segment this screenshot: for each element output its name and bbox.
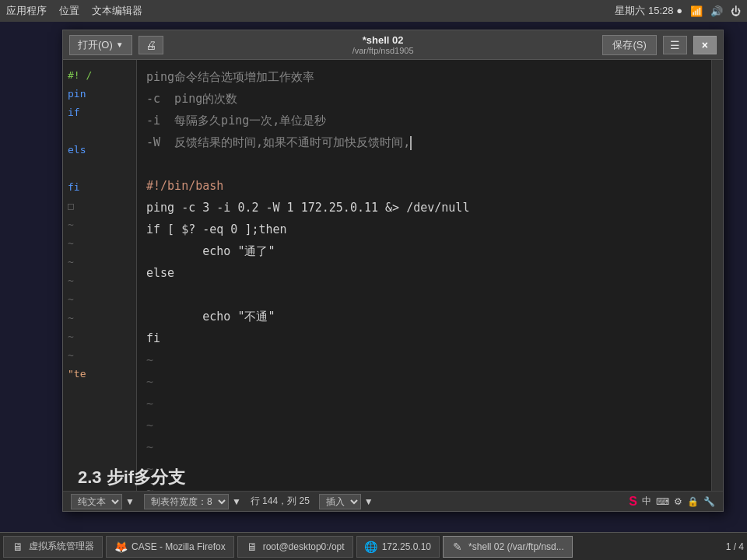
position-menu[interactable]: 位置: [59, 4, 79, 18]
power-icon[interactable]: ⏻: [731, 5, 741, 17]
scrollbar-right[interactable]: [711, 60, 723, 491]
menu-button[interactable]: ☰: [663, 36, 687, 54]
code-empty-2: [146, 284, 702, 306]
s-badge: S: [629, 495, 637, 509]
window-filename: *shell 02: [363, 34, 404, 46]
sidebar-tilde: ~: [68, 290, 132, 309]
sidebar-tilde: ~: [68, 271, 132, 290]
firefox-label: CASE - Mozilla Firefox: [132, 541, 226, 552]
status-bar: 纯文本 ▼ 制表符宽度：8 ▼ 行 144，列 25 插入 ▼: [63, 491, 723, 511]
taskbar-right: 1 / 4: [726, 541, 744, 552]
open-button[interactable]: 打开(O) ▼: [69, 35, 132, 55]
sidebar-line: □: [68, 197, 132, 215]
main-editor[interactable]: ping命令结合选项增加工作效率 -c ping的次数 -i 每隔多久ping一…: [137, 60, 711, 491]
taskbar-firefox[interactable]: 🦊 CASE - Mozilla Firefox: [106, 536, 234, 558]
sidebar-tilde: ~: [68, 215, 132, 234]
code-fi: fi: [146, 327, 702, 349]
sidebar-line: [68, 122, 132, 141]
filetype-select[interactable]: 纯文本: [71, 494, 122, 509]
tilde-1: ~: [146, 349, 702, 371]
input-mode-select[interactable]: 插入: [319, 494, 361, 509]
firefox-icon: 🦊: [114, 541, 127, 553]
sidebar-tilde: ~: [68, 346, 132, 365]
sidebar-line: [68, 159, 132, 178]
editor-menu[interactable]: 文本编辑器: [92, 4, 142, 18]
lock-icon: 🔒: [687, 496, 699, 507]
tilde-3: ~: [146, 393, 702, 415]
title-bar: 打开(O) ▼ 🖨 *shell 02 /var/ftp/nsd1905 保存(…: [63, 30, 723, 60]
sidebar-line: fi: [68, 178, 132, 197]
ip-icon: 🌐: [365, 541, 377, 553]
sidebar-line: els: [68, 141, 132, 159]
close-button[interactable]: ×: [693, 36, 717, 54]
code-comment-1: ping命令结合选项增加工作效率: [146, 66, 702, 88]
code-comment-4: -W 反馈结果的时间,如果不通时可加快反馈时间,: [146, 131, 702, 153]
vm-icon: 🖥: [12, 541, 24, 553]
code-ping: ping -c 3 -i 0.2 -W 1 172.25.0.11 &> /de…: [146, 197, 702, 219]
status-position: 行 144，列 25: [251, 495, 310, 508]
taskbar: 🖥 虚拟系统管理器 🦊 CASE - Mozilla Firefox 🖥 roo…: [0, 532, 747, 560]
open-arrow-icon: ▼: [116, 40, 124, 49]
volume-icon: 🔊: [710, 5, 723, 17]
system-bar-left: 应用程序 位置 文本编辑器: [6, 4, 142, 18]
code-area: ping命令结合选项增加工作效率 -c ping的次数 -i 每隔多久ping一…: [137, 60, 711, 491]
vm-label: 虚拟系统管理器: [29, 540, 94, 553]
status-input-mode: 插入 ▼: [319, 494, 374, 509]
tool-icon: 🔧: [703, 496, 715, 507]
open-button-label: 打开(O): [78, 38, 113, 52]
keyboard-icon: ⌨: [656, 496, 669, 507]
zh-indicator: 中: [642, 495, 651, 508]
filetype-icon: ▼: [125, 496, 135, 507]
code-if: if [ $? -eq 0 ];then: [146, 219, 702, 240]
editor-window: 打开(O) ▼ 🖨 *shell 02 /var/ftp/nsd1905 保存(…: [62, 30, 724, 512]
taskbar-shell02[interactable]: ✎ *shell 02 (/var/ftp/nsd...: [443, 536, 573, 558]
code-echo-fail: echo "不通": [146, 306, 702, 327]
terminal-icon: 🖥: [246, 541, 258, 553]
sidebar-tilde: ~: [68, 234, 132, 253]
code-comment-2: -c ping的次数: [146, 88, 702, 110]
system-bar: 应用程序 位置 文本编辑器 星期六 15:28 ● 📶 🔊 ⏻: [0, 0, 747, 22]
code-comment-3: -i 每隔多久ping一次,单位是秒: [146, 110, 702, 131]
sidebar-string: "te: [68, 365, 132, 383]
terminal-label: root@desktop0:/opt: [263, 541, 345, 552]
sidebar-tilde: ~: [68, 253, 132, 271]
status-filetype: 纯文本 ▼: [71, 494, 135, 509]
code-shebang: #!/bin/bash: [146, 175, 702, 197]
sidebar-line: #! /: [68, 66, 132, 85]
left-sidebar: #! / pin if els fi □ ~ ~ ~ ~ ~ ~ ~ ~ "te: [63, 60, 137, 491]
window-filepath: /var/ftp/nsd1905: [170, 46, 597, 55]
network-icon: 📶: [690, 5, 703, 17]
text-cursor: [410, 136, 412, 150]
sidebar-tilde: ~: [68, 327, 132, 346]
tabwidth-select[interactable]: 制表符宽度：8: [144, 494, 229, 509]
system-time: 星期六 15:28 ●: [615, 4, 682, 18]
ip-label: 172.25.0.10: [382, 541, 431, 552]
taskbar-terminal[interactable]: 🖥 root@desktop0:/opt: [237, 536, 353, 558]
code-echo-pass: echo "通了": [146, 240, 702, 262]
system-bar-right: 星期六 15:28 ● 📶 🔊 ⏻: [615, 4, 741, 18]
taskbar-ip[interactable]: 🌐 172.25.0.10: [356, 536, 440, 558]
apps-menu[interactable]: 应用程序: [6, 4, 47, 18]
desktop: 打开(O) ▼ 🖨 *shell 02 /var/ftp/nsd1905 保存(…: [0, 22, 747, 532]
print-button[interactable]: 🖨: [139, 36, 163, 54]
window-title-center: *shell 02 /var/ftp/nsd1905: [170, 34, 597, 55]
tilde-5: ~: [146, 436, 702, 458]
save-button[interactable]: 保存(S): [602, 35, 656, 55]
section-title: 2.3 步if多分支: [78, 466, 185, 489]
tilde-7: ~: [146, 480, 702, 491]
shell-icon: ✎: [451, 541, 464, 553]
line-col-text: 行 144，列 25: [251, 495, 310, 508]
tabwidth-icon: ▼: [232, 496, 241, 507]
settings-icon: ⚙: [674, 496, 682, 507]
code-empty-1: [146, 153, 702, 175]
status-right: S 中 ⌨ ⚙ 🔒 🔧: [629, 495, 715, 509]
tilde-6: ~: [146, 458, 702, 480]
shell-label: *shell 02 (/var/ftp/nsd...: [468, 541, 564, 552]
input-mode-icon: ▼: [364, 496, 374, 507]
taskbar-vm-manager[interactable]: 🖥 虚拟系统管理器: [3, 536, 103, 558]
tilde-4: ~: [146, 415, 702, 436]
sidebar-line: pin: [68, 85, 132, 103]
page-indicator: 1 / 4: [726, 541, 744, 552]
status-tabwidth: 制表符宽度：8 ▼: [144, 494, 241, 509]
editor-content: #! / pin if els fi □ ~ ~ ~ ~ ~ ~ ~ ~ "te: [63, 60, 723, 491]
